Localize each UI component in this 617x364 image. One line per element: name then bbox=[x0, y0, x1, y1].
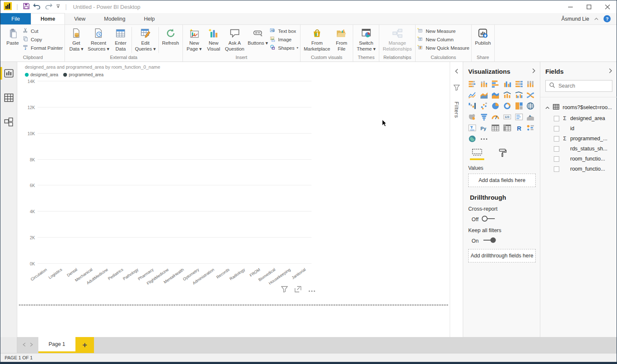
keep-all-filters-toggle[interactable] bbox=[482, 237, 497, 245]
r-script-visual-icon[interactable]: R bbox=[515, 124, 523, 132]
ribbon-button-enter-data[interactable]: Enter Data bbox=[111, 26, 130, 53]
table-icon[interactable] bbox=[491, 124, 499, 132]
redo-button[interactable] bbox=[44, 3, 53, 11]
ribbon-button-recent-sources[interactable]: Recent Sources ▾ bbox=[86, 26, 111, 53]
line-and-stacked-column-chart-icon[interactable] bbox=[503, 91, 511, 99]
ribbon-button-new-visual[interactable]: New Visual bbox=[204, 26, 223, 53]
next-page-icon[interactable] bbox=[30, 342, 33, 348]
matrix-icon[interactable] bbox=[503, 124, 511, 132]
scatter-chart-icon[interactable] bbox=[480, 102, 488, 110]
100-stacked-bar-chart-icon[interactable] bbox=[515, 80, 523, 88]
ribbon-button-from-file[interactable]: From File bbox=[332, 26, 351, 53]
ribbon-button-buttons[interactable]: Buttons ▾ bbox=[246, 26, 270, 47]
tab-help[interactable]: Help bbox=[135, 13, 164, 24]
ribbon-button-new-column[interactable]: New Column bbox=[417, 36, 469, 43]
field-row-room-functio[interactable]: room_functio... bbox=[545, 164, 612, 174]
ribbon-button-get-data[interactable]: Get Data ▾ bbox=[67, 26, 86, 53]
collapse-fields-icon[interactable] bbox=[609, 68, 612, 75]
field-row-designed-area[interactable]: Σdesigned_area bbox=[545, 113, 612, 123]
minimize-button[interactable] bbox=[561, 0, 579, 13]
field-checkbox[interactable] bbox=[554, 136, 559, 142]
ribbon-button-paste[interactable]: Paste bbox=[3, 26, 22, 47]
undo-button[interactable] bbox=[33, 3, 41, 11]
ribbon-button-refresh[interactable]: Refresh bbox=[160, 26, 180, 47]
field-row-room-functio[interactable]: room_functio... bbox=[545, 154, 612, 164]
collapse-table-icon[interactable] bbox=[545, 104, 550, 110]
add-drillthrough-fields-well[interactable]: Add drillthrough fields here bbox=[468, 249, 536, 262]
toolbar-options-button[interactable] bbox=[56, 3, 61, 11]
expand-filters-icon[interactable] bbox=[455, 68, 459, 75]
stacked-bar-chart-icon[interactable] bbox=[468, 80, 476, 88]
card-icon[interactable]: 123 bbox=[503, 113, 511, 121]
field-checkbox[interactable] bbox=[554, 156, 559, 162]
model-view-button[interactable] bbox=[2, 116, 16, 128]
key-influencers-icon[interactable] bbox=[526, 124, 534, 132]
ribbon-button-shapes[interactable]: Shapes▾ bbox=[270, 44, 298, 51]
values-tab[interactable] bbox=[470, 149, 484, 161]
help-icon[interactable]: ? bbox=[604, 15, 611, 22]
filter-icon[interactable] bbox=[281, 286, 288, 294]
report-view-button[interactable] bbox=[2, 67, 16, 80]
ribbon-button-new-quick-measure[interactable]: New Quick Measure bbox=[417, 44, 469, 51]
ribbon-button-copy[interactable]: Copy bbox=[22, 36, 63, 43]
ribbon-button-format-painter[interactable]: Format Painter bbox=[22, 44, 63, 51]
tab-modeling[interactable]: Modeling bbox=[95, 13, 135, 24]
slicer-icon[interactable] bbox=[468, 124, 476, 132]
clustered-bar-chart-icon[interactable] bbox=[491, 80, 499, 88]
clustered-column-chart-icon[interactable] bbox=[503, 80, 511, 88]
tab-file[interactable]: File bbox=[0, 13, 31, 24]
gauge-icon[interactable] bbox=[491, 113, 499, 121]
new-page-button[interactable]: + bbox=[75, 337, 94, 353]
python-visual-icon[interactable]: Py bbox=[480, 124, 488, 132]
ribbon-button-image[interactable]: Image bbox=[270, 36, 298, 43]
100-stacked-column-chart-icon[interactable] bbox=[526, 80, 534, 88]
field-checkbox[interactable] bbox=[554, 116, 559, 121]
tab-view[interactable]: View bbox=[65, 13, 95, 24]
ribbon-chart-icon[interactable] bbox=[526, 91, 534, 99]
line-and-clustered-column-chart-icon[interactable] bbox=[515, 91, 523, 99]
arcgis-map-icon[interactable] bbox=[468, 135, 476, 143]
funnel-icon[interactable] bbox=[480, 113, 488, 121]
pie-chart-icon[interactable] bbox=[491, 102, 499, 110]
map-icon[interactable] bbox=[526, 102, 534, 110]
search-box[interactable] bbox=[545, 80, 612, 92]
field-row-rds-status-sh[interactable]: rds_status_sh... bbox=[545, 144, 612, 154]
maximize-button[interactable] bbox=[579, 0, 598, 13]
more-options-icon[interactable] bbox=[308, 286, 316, 294]
chevron-up-icon[interactable] bbox=[594, 16, 598, 21]
tab-home[interactable]: Home bbox=[31, 13, 65, 24]
data-view-button[interactable] bbox=[2, 91, 16, 104]
line-chart-icon[interactable] bbox=[468, 91, 476, 99]
ribbon-button-text-box[interactable]: AText box bbox=[270, 27, 298, 35]
table-row-rooms[interactable]: rooms?$select=roo... bbox=[545, 102, 612, 113]
cross-report-toggle[interactable] bbox=[481, 215, 496, 223]
format-tab[interactable] bbox=[495, 149, 510, 161]
ribbon-button-cut[interactable]: Cut bbox=[22, 27, 63, 35]
ribbon-button-new-measure[interactable]: New Measure bbox=[417, 27, 469, 35]
multi-row-card-icon[interactable] bbox=[515, 113, 523, 121]
ribbon-button-from-marketplace[interactable]: From Marketplace bbox=[302, 26, 332, 53]
donut-chart-icon[interactable] bbox=[503, 102, 511, 110]
collapse-visualizations-icon[interactable] bbox=[532, 68, 536, 75]
ribbon-button-switch-theme[interactable]: Switch Theme ▾ bbox=[355, 26, 377, 53]
stacked-column-chart-icon[interactable] bbox=[480, 80, 488, 88]
ribbon-button-ask-a-question[interactable]: Ask A Question bbox=[223, 26, 246, 53]
focus-mode-icon[interactable] bbox=[295, 286, 301, 294]
treemap-icon[interactable] bbox=[515, 102, 523, 110]
stacked-area-chart-icon[interactable] bbox=[491, 91, 499, 99]
kpi-icon[interactable]: ▲ bbox=[526, 113, 534, 121]
more-options-icon[interactable] bbox=[480, 135, 488, 143]
bar-chart-visual[interactable]: designed_area and programmed_area by roo… bbox=[21, 63, 316, 284]
page-tab-1[interactable]: Page 1 bbox=[38, 337, 75, 353]
search-input[interactable] bbox=[558, 83, 605, 89]
field-checkbox[interactable] bbox=[554, 146, 559, 152]
ribbon-button-new-page[interactable]: New Page ▾ bbox=[185, 26, 204, 53]
field-row-programmed[interactable]: Σprogrammed_... bbox=[545, 134, 612, 144]
waterfall-chart-icon[interactable] bbox=[468, 102, 476, 110]
save-button[interactable] bbox=[23, 3, 30, 11]
close-button[interactable] bbox=[598, 0, 617, 13]
field-checkbox[interactable] bbox=[554, 126, 559, 131]
prev-page-icon[interactable] bbox=[22, 342, 26, 348]
user-name[interactable]: Åsmund Lie bbox=[561, 16, 589, 22]
ribbon-button-publish[interactable]: Publish bbox=[473, 26, 493, 47]
